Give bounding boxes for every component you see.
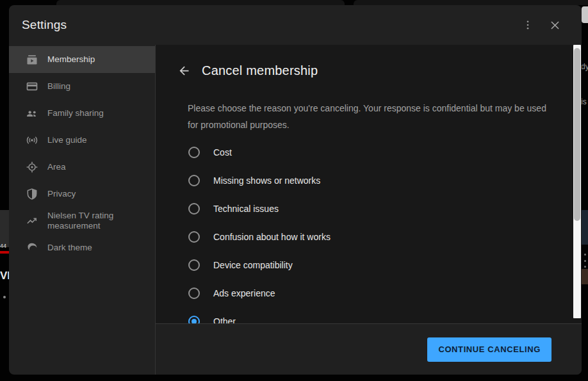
credit-card-icon	[26, 80, 38, 93]
background-text-fragment: dy	[581, 62, 588, 72]
dialog-body: Membership Billing	[9, 45, 582, 375]
dialog-header: Settings	[9, 5, 582, 45]
background-image-fragment	[582, 210, 588, 245]
background-card-top	[56, 0, 345, 5]
radio-button[interactable]	[188, 288, 200, 299]
trending-chart-icon	[26, 215, 38, 227]
cancel-reason-description: Please choose the reason you're cancelin…	[188, 100, 546, 133]
people-icon	[26, 107, 38, 120]
radio-button[interactable]	[188, 175, 200, 186]
sidebar-item-label: Family sharing	[47, 108, 104, 118]
cancel-reason-options: Cost Missing shows or networks Technical…	[156, 138, 582, 323]
sidebar-item-billing[interactable]: Billing	[9, 73, 155, 100]
page-title: Cancel membership	[202, 63, 318, 78]
membership-icon	[26, 53, 38, 66]
sidebar-item-nielsen-tv-rating[interactable]: Nielsen TV rating measurement	[9, 207, 155, 234]
radio-button[interactable]	[188, 203, 200, 215]
radio-button[interactable]	[188, 147, 200, 158]
panel-footer: CONTINUE CANCELING	[156, 323, 582, 375]
scrollbar-thumb[interactable]	[574, 48, 580, 221]
shield-icon	[26, 188, 38, 200]
option-other[interactable]: Other	[156, 307, 582, 323]
background-card-top	[354, 0, 588, 5]
settings-dialog: Settings Membership	[9, 5, 582, 375]
location-target-icon	[26, 161, 38, 174]
cancel-membership-panel: Cancel membership Please choose the reas…	[156, 45, 582, 375]
broadcast-icon	[26, 134, 38, 147]
more-options-icon[interactable]	[520, 17, 535, 33]
sidebar-item-live-guide[interactable]: Live guide	[9, 127, 155, 154]
background-text-fragment: is	[581, 97, 588, 108]
sidebar-item-label: Membership	[47, 54, 95, 65]
radio-button[interactable]	[188, 231, 200, 243]
sidebar-item-label: Dark theme	[47, 243, 92, 253]
sidebar-item-label: Live guide	[47, 135, 87, 145]
sidebar-item-label: Area	[47, 162, 66, 172]
background-title-fragment: VE	[0, 268, 9, 284]
radio-button-selected[interactable]	[188, 316, 200, 323]
scrollbar-track[interactable]	[573, 45, 581, 318]
option-ads-experience[interactable]: Ads experience	[156, 279, 582, 307]
background-kebab-fragment	[584, 254, 586, 268]
sidebar-item-dark-theme[interactable]: Dark theme	[9, 234, 155, 261]
option-confusion[interactable]: Confusion about how it works	[156, 223, 582, 251]
sidebar-item-membership[interactable]: Membership	[9, 46, 155, 73]
settings-sidebar: Membership Billing	[9, 45, 156, 375]
option-technical-issues[interactable]: Technical issues	[156, 195, 582, 223]
radio-button[interactable]	[188, 259, 200, 271]
background-image-fragment	[582, 269, 588, 284]
background-duration-fragment: 44	[0, 242, 9, 250]
sidebar-item-label: Billing	[47, 81, 70, 92]
sidebar-item-area[interactable]: Area	[9, 154, 155, 181]
background-chip-fragment	[582, 6, 588, 23]
sidebar-item-label: Nielsen TV rating measurement	[47, 211, 131, 231]
back-arrow-icon[interactable]	[176, 63, 192, 78]
sidebar-item-label: Privacy	[47, 189, 76, 199]
background-dot-fragment	[3, 296, 6, 298]
option-missing-shows[interactable]: Missing shows or networks	[156, 166, 582, 195]
panel-scroll-area: Cancel membership Please choose the reas…	[156, 45, 582, 323]
continue-canceling-button[interactable]: CONTINUE CANCELING	[427, 337, 551, 362]
crescent-moon-icon	[26, 241, 38, 254]
close-icon[interactable]	[547, 17, 562, 33]
background-progress-bar-fragment	[0, 251, 9, 254]
sidebar-item-privacy[interactable]: Privacy	[9, 181, 155, 207]
option-cost[interactable]: Cost	[156, 138, 582, 166]
option-device-compatibility[interactable]: Device compatibility	[156, 251, 582, 279]
sidebar-item-family-sharing[interactable]: Family sharing	[9, 100, 155, 127]
dialog-title: Settings	[22, 18, 520, 32]
